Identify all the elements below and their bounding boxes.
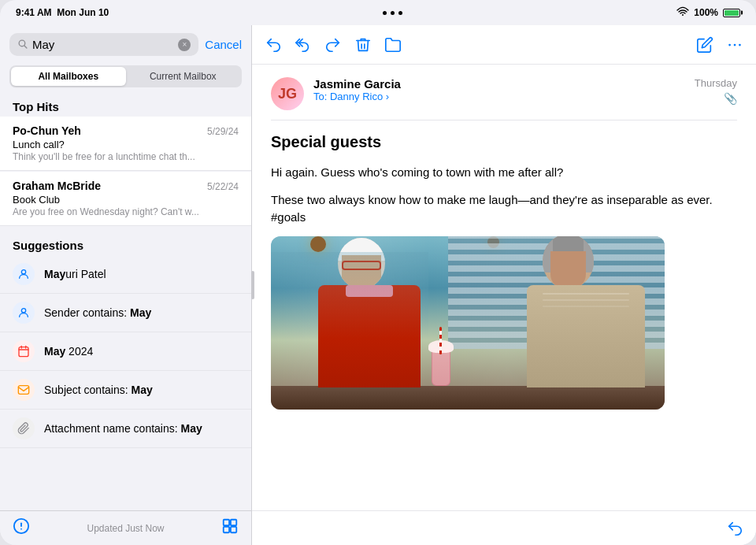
search-input-container[interactable]: May × [9, 33, 198, 56]
email-sender-2: Graham McBride [13, 180, 101, 192]
email-sender: Po-Chun Yeh [13, 124, 81, 137]
suggestion-person[interactable]: Mayuri Patel [0, 255, 251, 294]
email-preview: Think you'll be free for a lunchtime cha… [13, 151, 239, 162]
suggestion-attachment[interactable]: Attachment name contains: May [0, 410, 251, 448]
status-dots [383, 11, 402, 15]
sender-icon [13, 302, 35, 324]
updated-status: Updated Just Now [30, 523, 221, 534]
svg-rect-13 [224, 520, 229, 525]
battery-fill [724, 10, 739, 16]
top-hit-item-1[interactable]: Po-Chun Yeh 5/29/24 Lunch call? Think yo… [0, 117, 251, 171]
email-header: JG Jasmine Garcia To: Danny Rico › Thurs… [271, 77, 737, 120]
folder-button[interactable] [384, 36, 402, 54]
email-preview-2: Are you free on Wednesday night? Can't w… [13, 206, 239, 217]
email-date-2: 5/22/24 [207, 181, 239, 192]
svg-point-18 [734, 43, 736, 46]
man-body-sweater [527, 285, 645, 387]
email-header-right: Thursday 📎 [695, 77, 737, 105]
svg-rect-5 [19, 347, 28, 357]
reply-button[interactable] [265, 36, 282, 54]
suggestion-subject[interactable]: Subject contains: May [0, 371, 251, 410]
search-cancel-button[interactable]: Cancel [205, 38, 242, 51]
search-bar: May × Cancel [9, 33, 242, 56]
suggestion-text-5: Attachment name contains: May [44, 422, 202, 435]
status-indicators: 100% [676, 6, 740, 20]
battery-percentage: 100% [694, 7, 718, 18]
email-row-header-2: Graham McBride 5/22/24 [13, 180, 239, 192]
email-image [271, 236, 665, 410]
search-area: May × Cancel [0, 25, 251, 62]
svg-rect-14 [231, 520, 236, 525]
forward-button[interactable] [324, 36, 342, 54]
svg-point-19 [739, 43, 741, 46]
segment-current-mailbox[interactable]: Current Mailbox [126, 67, 241, 86]
battery-icon-container [723, 9, 740, 17]
left-panel: May × Cancel All Mailboxes Current Mailb… [0, 25, 252, 545]
more-button[interactable] [726, 36, 743, 54]
email-subject: Lunch call? [13, 139, 239, 150]
trash-button[interactable] [354, 36, 372, 54]
battery-icon [723, 9, 740, 17]
status-bar: 9:41 AM Mon Jun 10 100% [0, 0, 756, 25]
right-bottom-bar [252, 510, 756, 545]
reply-bottom-button[interactable] [726, 520, 743, 537]
email-to[interactable]: To: Danny Rico › [313, 91, 685, 102]
suggestion-text-2: Sender contains: May [44, 306, 151, 319]
table-surface [271, 386, 665, 410]
svg-line-2 [24, 45, 27, 47]
sender-avatar: JG [271, 77, 304, 110]
panel-resize-handle[interactable] [251, 271, 254, 299]
toolbar-left-actions [265, 36, 402, 54]
svg-point-17 [728, 43, 731, 46]
sweater-line-2 [543, 299, 629, 301]
filter-button[interactable] [13, 517, 30, 539]
right-panel: JG Jasmine Garcia To: Danny Rico › Thurs… [252, 25, 756, 545]
compose-button[interactable] [696, 36, 713, 54]
svg-point-0 [682, 14, 684, 16]
email-row-header: Po-Chun Yeh 5/29/24 [13, 124, 239, 137]
man-head [543, 236, 594, 289]
subject-icon [13, 379, 35, 401]
mailbox-layout-button[interactable] [221, 517, 239, 539]
sweater-line-3 [543, 306, 629, 307]
search-icon [17, 39, 28, 51]
email-content: JG Jasmine Garcia To: Danny Rico › Thurs… [252, 65, 756, 510]
bg-left-area [271, 252, 428, 339]
search-query: May [32, 38, 173, 51]
reply-all-button[interactable] [295, 36, 312, 54]
email-body-para-1: Hi again. Guess who's coming to town wit… [271, 164, 737, 182]
suggestion-text-3: May 2024 [44, 345, 93, 358]
wifi-icon [676, 6, 689, 20]
attachment-icon-indicator: 📎 [724, 92, 737, 105]
email-from: Jasmine Garcia [313, 77, 685, 91]
svg-point-4 [21, 309, 25, 313]
suggestion-calendar[interactable]: May 2024 [0, 332, 251, 371]
main-layout: May × Cancel All Mailboxes Current Mailb… [0, 25, 756, 545]
search-results: Top Hits Po-Chun Yeh 5/29/24 Lunch call?… [0, 94, 251, 510]
calendar-icon [13, 340, 35, 362]
email-body-para-2: These two always know how to make me lau… [271, 191, 737, 227]
suggestion-text-1: Mayuri Patel [44, 268, 106, 280]
svg-point-3 [21, 270, 25, 274]
email-subject-display: Special guests [271, 133, 737, 151]
segment-all-mailboxes[interactable]: All Mailboxes [11, 67, 126, 86]
suggestion-sender[interactable]: Sender contains: May [0, 294, 251, 332]
email-toolbar [252, 25, 756, 65]
email-subject-2: Book Club [13, 194, 239, 206]
suggestions-header: Suggestions [0, 232, 251, 255]
svg-rect-15 [224, 527, 229, 532]
suggestion-text-4: Subject contains: May [44, 384, 153, 396]
status-time: 9:41 AM Mon Jun 10 [16, 7, 109, 18]
sweater-line-1 [543, 293, 629, 295]
search-clear-button[interactable]: × [178, 39, 191, 51]
top-hit-item-2[interactable]: Graham McBride 5/22/24 Book Club Are you… [0, 172, 251, 226]
shake-straw [439, 327, 442, 354]
man-figure [527, 236, 657, 387]
left-bottom-bar: Updated Just Now [0, 510, 251, 545]
svg-rect-9 [18, 386, 28, 395]
device-frame: 9:41 AM Mon Jun 10 100% [0, 0, 756, 545]
person-icon [13, 263, 35, 285]
email-meta: Jasmine Garcia To: Danny Rico › [313, 77, 685, 102]
svg-rect-16 [231, 527, 236, 532]
email-body: Hi again. Guess who's coming to town wit… [271, 164, 737, 227]
